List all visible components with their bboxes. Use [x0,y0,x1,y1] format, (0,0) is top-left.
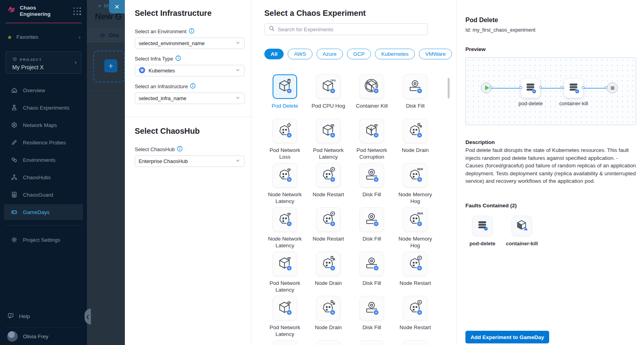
experiment-card-node-network-latency[interactable]: Node Network Latency [263,163,307,207]
experiment-card-pod-network-latency[interactable]: Pod Network Latency [263,252,307,296]
stop-icon [611,86,614,90]
sidebar-item-overview[interactable]: Overview [0,82,87,99]
connector-dot [520,86,522,89]
experiment-card-label: Disk Fill [394,102,437,109]
experiment-card-label: Pod Network Latency [264,280,306,293]
experiment-card-partial[interactable] [263,340,307,345]
sidebar-item-chaoshubs[interactable]: ChaosHubs [0,169,87,186]
sidebar-item-label: Network Maps [23,122,57,128]
project-selector[interactable]: PROJECT My Project X › [6,51,81,74]
filter-chip-vmware[interactable]: VMWare [419,49,452,59]
experiment-card-label: Node Network Latency [264,235,306,249]
pipeline-connector-line [491,88,608,89]
experiment-card-label: Node Memory Hog [394,191,437,205]
experiment-card-pod-delete[interactable]: Pod Delete [263,74,307,119]
connector-dot [539,86,542,89]
filter-chip-aws[interactable]: AWS [288,49,312,59]
user-profile[interactable]: Olivia Frey [7,331,49,342]
pipeline-node-container-kill[interactable] [564,79,583,98]
connector-dot [604,86,607,89]
tab-overview[interactable]: Ove [87,28,125,43]
disk-icon [363,299,380,317]
sidebar-item-chaosguard[interactable]: ChaosGuard [0,186,87,203]
chaoshub-panel-title: Select ChaosHub [135,127,200,136]
filter-chip-gcp[interactable]: GCP [347,49,371,59]
experiment-card-disk-fill[interactable]: Disk Fill [350,207,394,252]
grid-menu-icon[interactable] [73,8,81,15]
experiment-card-partial[interactable] [350,340,394,345]
experiment-card-pod-network-corruption[interactable]: Pod Network Corruption [350,119,394,163]
experiment-card-label: Disk Fill [350,235,393,242]
environment-select[interactable]: selected_environment_name [135,38,245,49]
experiment-card-pod-network-latency[interactable]: Pod Network Latency [307,119,350,163]
description-text: Pod delete fault disrupts the state of K… [465,146,637,185]
experiment-card-pod-network-latency[interactable]: Pod Network Latency [263,296,307,340]
experiment-card-node-restart[interactable]: Node Restart [307,163,350,207]
node-play-icon [320,210,337,229]
experiment-card-partial[interactable] [394,340,437,345]
experiment-search[interactable] [264,23,428,35]
connector-dot [582,86,584,89]
sidebar-item-project-settings[interactable]: Project Settings [0,231,87,248]
scrollbar-thumb[interactable] [448,78,450,99]
environment-label: Select an Environment [135,28,194,35]
add-button[interactable]: + [104,59,117,72]
filter-chip-azure[interactable]: Azure [316,49,343,59]
experiment-card-label: Node Drain [307,280,350,286]
pipeline-node-label: container-kill [550,100,597,106]
pipeline-node-pod-delete[interactable] [521,79,540,98]
experiment-card-node-memory-hog[interactable]: MEM Node Memory Hog [394,163,437,207]
favorites-label: Favorites [17,34,39,40]
experiment-card-label: Disk Fill [350,324,393,331]
experiment-card-node-memory-hog[interactable]: MEM Node Memory Hog [394,207,437,252]
experiment-card-label: Pod Network Corruption [350,147,393,160]
experiment-card-node-restart[interactable]: Node Restart [307,207,350,252]
fault-card-container-kill[interactable] [512,216,532,236]
experiment-card-partial[interactable] [307,340,350,345]
section-divider [125,117,251,117]
info-icon[interactable] [177,146,183,153]
experiment-card-disk-fill[interactable]: Disk Fill [350,296,394,340]
gear-hex-icon [100,32,105,38]
experiment-card-node-restart[interactable]: Node Restart [394,296,437,340]
info-icon[interactable] [189,28,194,35]
play-icon [485,85,489,90]
pipeline-end-node[interactable] [607,82,618,93]
sidebar-item-help[interactable]: ? Help [7,312,30,320]
cube-trash-icon [277,78,293,96]
infrastructure-label: Select an Infrastructure [135,83,196,90]
infra-type-select[interactable]: Kubernetes [135,65,245,76]
experiment-card-pod-cpu-hog[interactable]: CPU Pod CPU Hog [307,74,350,119]
experiment-card-label: Node Drain [307,324,350,331]
filter-chip-all[interactable]: All [264,49,284,59]
avatar [7,331,18,342]
fault-card-pod-delete[interactable] [472,216,493,236]
sidebar-item-environments[interactable]: Environments [0,151,87,169]
sidebar-item-chaos-experiments[interactable]: Chaos Experiments [0,99,87,116]
experiment-card-pod-network-loss[interactable]: Pod Network Loss [263,119,307,163]
experiment-card-node-drain[interactable]: Node Drain [394,119,437,163]
experiment-card-disk-fill[interactable]: Disk Fill [350,252,394,296]
info-icon[interactable] [190,83,196,90]
experiment-card-node-drain[interactable]: Node Drain [307,296,350,340]
sidebar-item-gamedays[interactable]: GameDays [0,203,87,221]
chaoshub-select[interactable]: Enterprise ChaosHub [135,155,245,167]
experiment-card-node-network-latency[interactable]: Node Network Latency [263,207,307,252]
sidebar: Chaos Engineering ★ Favorites › PROJECT … [0,0,87,345]
info-icon[interactable] [175,55,181,62]
sidebar-favorites[interactable]: ★ Favorites › [7,34,81,40]
experiment-card-node-drain[interactable]: Node Drain [307,252,350,296]
add-experiment-to-gameday-button[interactable]: Add Experiment to GameDay [465,331,549,343]
faults-contained-label: Faults Contained (2) [465,203,517,209]
infrastructure-select[interactable]: selected_infra_name [135,93,245,104]
experiment-card-disk-fill[interactable]: Disk Fill [394,74,437,119]
sidebar-item-network-maps[interactable]: Network Maps [0,116,87,134]
experiment-card-container-kill[interactable]: Container Kill [350,74,394,119]
sidebar-item-resilience-probes[interactable]: Resilience Probes [0,134,87,151]
experiment-card-disk-fill[interactable]: Disk Fill [350,163,394,207]
filter-chip-kubernetes[interactable]: Kubernetes [375,49,415,59]
search-input[interactable] [278,27,424,32]
svg-text:?: ? [10,314,12,317]
experiment-card-node-restart[interactable]: Node Restart [394,252,437,296]
close-drawer-button[interactable]: ✕ [109,0,125,13]
